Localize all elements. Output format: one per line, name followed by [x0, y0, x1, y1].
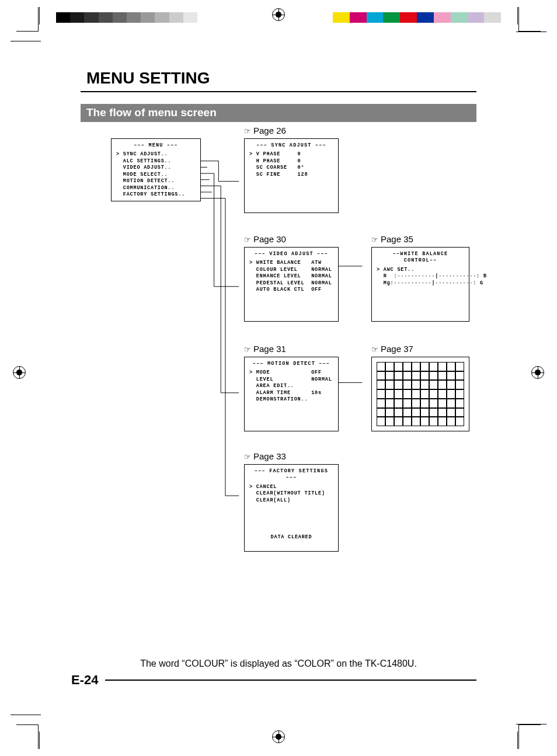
- factory-row: CLEAR(ALL): [249, 497, 333, 504]
- area-grid-box: [371, 357, 469, 431]
- footnote: The word “COLOUR” is displayed as “COLOR…: [81, 659, 476, 669]
- registration-mark-icon: [13, 366, 26, 379]
- box-title: ––WHITE BALANCE CONTROL––: [377, 251, 464, 264]
- pointer-icon: ☞: [371, 235, 378, 244]
- page-ref-31: ☞Page 31: [244, 344, 286, 354]
- video-row: ENHANCE LEVEL NORMAL: [249, 273, 333, 280]
- page-ref-30: ☞Page 30: [244, 234, 286, 244]
- sync-row: SC COARSE 0°: [249, 165, 333, 171]
- menu-item: MODE SELECT..: [116, 172, 196, 178]
- factory-status: DATA CLEARED: [249, 534, 333, 541]
- video-row: COLOUR LEVEL NORMAL: [249, 267, 333, 273]
- motion-row: DEMONSTRATION..: [249, 396, 333, 403]
- motion-row: AREA EDIT..: [249, 383, 333, 389]
- motion-row: > MODE OFF: [249, 370, 333, 376]
- box-title: ––– VIDEO ADJUST –––: [249, 251, 333, 257]
- page-footer: E-24: [71, 673, 476, 688]
- menu-item: > SYNC ADJUST..: [116, 151, 196, 158]
- sync-row: H PHASE 0: [249, 158, 333, 165]
- grayscale-bar: [56, 12, 197, 23]
- sync-row: > V PHASE 0: [249, 151, 333, 158]
- menu-flow-diagram: ☞Page 26 ☞Page 30 ☞Page 35 ☞Page 31 ☞Pag…: [81, 138, 476, 570]
- printer-marks-bottom: [0, 713, 557, 745]
- page-ref-37: ☞Page 37: [371, 344, 413, 354]
- wb-row: R :···········|···········: B: [377, 273, 464, 280]
- factory-row: > CANCEL: [249, 484, 333, 490]
- page-title: MENU SETTING: [81, 69, 476, 92]
- pointer-icon: ☞: [244, 345, 251, 354]
- motion-detect-box: ––– MOTION DETECT ––– > MODE OFF LEVEL N…: [244, 357, 339, 431]
- wb-row: > AWC SET..: [377, 267, 464, 273]
- box-title: ––– MOTION DETECT –––: [249, 361, 333, 367]
- wb-row: Mg:···········|···········: G: [377, 280, 464, 287]
- menu-item: FACTORY SETTINGS..: [116, 191, 196, 198]
- pointer-icon: ☞: [244, 235, 251, 244]
- registration-mark-icon: [272, 8, 285, 21]
- motion-row: LEVEL NORMAL: [249, 377, 333, 383]
- page-number: E-24: [71, 673, 98, 688]
- video-row: > WHITE BALANCE ATW: [249, 260, 333, 266]
- video-row: PEDESTAL LEVEL NORMAL: [249, 280, 333, 287]
- menu-item: COMMUNICATION..: [116, 185, 196, 191]
- factory-row: CLEAR(WITHOUT TITLE): [249, 490, 333, 497]
- pointer-icon: ☞: [244, 127, 251, 135]
- menu-box-title: ––– MENU –––: [116, 142, 196, 149]
- page-ref-26: ☞Page 26: [244, 126, 286, 135]
- menu-item: MOTION DETECT..: [116, 178, 196, 184]
- motion-row: ALARM TIME 10s: [249, 390, 333, 396]
- page-ref-33: ☞Page 33: [244, 451, 286, 461]
- menu-box: ––– MENU ––– > SYNC ADJUST.. ALC SETTING…: [111, 138, 201, 201]
- pointer-icon: ☞: [244, 452, 251, 461]
- registration-mark-icon: [531, 366, 544, 379]
- white-balance-box: ––WHITE BALANCE CONTROL–– > AWC SET.. R …: [371, 247, 469, 322]
- video-row: AUTO BLACK CTL OFF: [249, 287, 333, 293]
- menu-item: VIDEO ADJUST..: [116, 165, 196, 171]
- box-title: ––– SYNC ADJUST –––: [249, 142, 333, 149]
- page-ref-35: ☞Page 35: [371, 234, 413, 244]
- menu-item: ALC SETTINGS..: [116, 158, 196, 165]
- sync-adjust-box: ––– SYNC ADJUST ––– > V PHASE 0 H PHASE …: [244, 138, 339, 213]
- color-bar: [333, 12, 501, 23]
- factory-settings-box: ––– FACTORY SETTINGS ––– > CANCEL CLEAR(…: [244, 464, 339, 552]
- pointer-icon: ☞: [371, 345, 378, 354]
- box-title: ––– FACTORY SETTINGS –––: [249, 468, 333, 482]
- sync-row: SC FINE 128: [249, 172, 333, 178]
- section-subtitle: The flow of menu screen: [81, 104, 476, 122]
- video-adjust-box: ––– VIDEO ADJUST ––– > WHITE BALANCE ATW…: [244, 247, 339, 322]
- area-grid: [377, 362, 464, 426]
